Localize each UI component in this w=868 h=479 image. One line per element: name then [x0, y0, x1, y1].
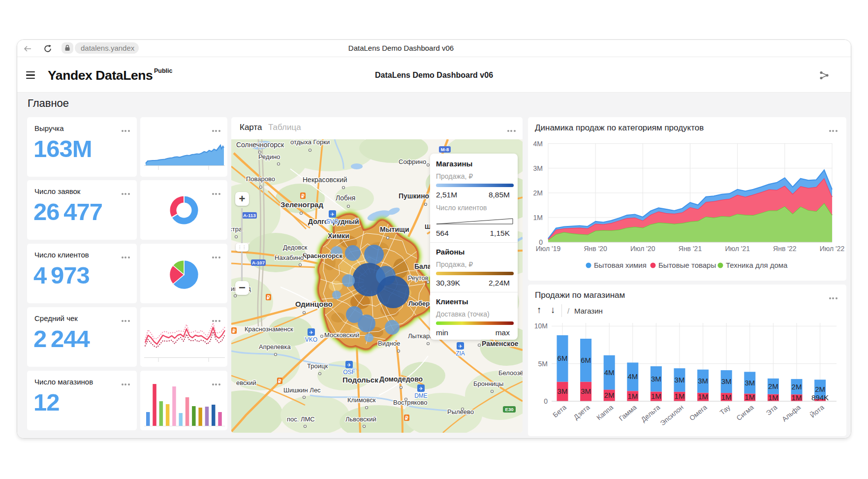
svg-text:1M: 1M: [721, 393, 732, 401]
svg-text:Сигма: Сигма: [735, 403, 755, 422]
svg-text:Апрелевка: Апрелевка: [259, 343, 291, 351]
svg-text:3M: 3M: [558, 387, 568, 395]
svg-text:Домодедово: Домодедово: [379, 375, 423, 383]
svg-text:Раменское: Раменское: [482, 340, 519, 348]
svg-text:✈: ✈: [309, 330, 313, 335]
svg-text:2M: 2M: [768, 382, 778, 390]
svg-text:OSF: OSF: [343, 369, 355, 376]
svg-text:Подольск: Подольск: [342, 376, 378, 384]
svg-text:Нахабино: Нахабино: [275, 254, 304, 261]
svg-text:✈: ✈: [419, 386, 423, 391]
svg-text:Мытищи: Мытищи: [380, 225, 409, 233]
svg-text:Одинцово: Одинцово: [295, 300, 333, 308]
svg-text:₽: ₽: [278, 379, 281, 384]
svg-text:Альфа: Альфа: [780, 403, 802, 423]
svg-text:₽: ₽: [405, 415, 408, 421]
svg-text:DME: DME: [414, 392, 428, 399]
svg-text:₽: ₽: [301, 193, 305, 199]
svg-text:Янв '21: Янв '21: [679, 245, 702, 253]
svg-text:Львовский: Львовский: [345, 415, 376, 423]
svg-text:6M: 6M: [581, 356, 591, 364]
svg-text:3M: 3M: [698, 377, 708, 385]
svg-text:✈: ✈: [347, 362, 351, 368]
svg-text:Эпсилон: Эпсилон: [659, 403, 685, 427]
svg-text:Лобня: Лобня: [336, 194, 355, 202]
svg-text:Бета: Бета: [551, 403, 568, 419]
svg-text:Редино: Редино: [258, 153, 280, 160]
svg-text:3M: 3M: [744, 379, 755, 387]
svg-text:евский: евский: [236, 379, 256, 386]
svg-text:Дельта: Дельта: [639, 403, 661, 423]
svg-text:Июл '22: Июл '22: [820, 245, 845, 253]
svg-text:SVO: SVO: [326, 218, 339, 225]
svg-text:1M: 1M: [792, 393, 802, 402]
svg-text:E30: E30: [505, 407, 514, 412]
svg-text:Солнечногорск: Солнечногорск: [236, 141, 284, 149]
svg-text:Бытовые товары: Бытовые товары: [658, 261, 716, 269]
svg-text:4M: 4M: [604, 368, 615, 377]
svg-text:3M: 3M: [651, 375, 661, 383]
svg-text:2M: 2M: [792, 383, 802, 391]
svg-text:VKO: VKO: [305, 336, 317, 343]
svg-text:Рылеево: Рылеево: [447, 408, 474, 415]
svg-text:✈: ✈: [458, 344, 462, 349]
svg-text:✈: ✈: [330, 212, 334, 217]
svg-text:1M: 1M: [698, 392, 708, 401]
svg-text:3M: 3M: [581, 387, 591, 395]
svg-text:Дедовск: Дедовск: [283, 244, 308, 251]
svg-text:Видное: Видное: [378, 340, 400, 347]
svg-text:2M: 2M: [604, 391, 615, 399]
svg-text:Востряково: Востряково: [393, 399, 428, 406]
svg-text:1M: 1M: [533, 214, 543, 222]
svg-text:3M: 3M: [675, 376, 685, 384]
svg-text:Йота: Йота: [808, 403, 825, 419]
svg-text:4M: 4M: [533, 140, 543, 148]
svg-text:Некрасовский: Некрасовский: [303, 176, 347, 184]
svg-text:Дзета: Дзета: [572, 403, 591, 421]
svg-text:2M: 2M: [815, 385, 825, 393]
svg-text:А-113: А-113: [243, 213, 255, 218]
svg-text:ZIA: ZIA: [456, 350, 465, 357]
svg-text:4M: 4M: [627, 372, 638, 381]
svg-text:Химки: Химки: [328, 232, 349, 240]
svg-text:Каппа: Каппа: [595, 403, 615, 421]
svg-text:10M: 10M: [534, 322, 548, 330]
svg-text:Белоозёрский: Белоозёрский: [498, 369, 523, 377]
svg-text:₽: ₽: [232, 328, 236, 334]
svg-text:Красногорск: Красногорск: [303, 252, 342, 259]
svg-text:Тау: Тау: [718, 403, 732, 416]
svg-text:пос. ЛМС: пос. ЛМС: [287, 415, 315, 423]
svg-text:Янв '20: Янв '20: [584, 245, 607, 253]
svg-text:Московский: Московский: [324, 331, 359, 339]
svg-text:3M: 3M: [721, 377, 732, 385]
svg-text:1M: 1M: [675, 392, 685, 400]
svg-text:Июл '19: Июл '19: [536, 245, 561, 253]
svg-text:Гамма: Гамма: [618, 403, 638, 422]
svg-text:Климовск: Климовск: [347, 396, 376, 404]
svg-text:Янв '22: Янв '22: [773, 245, 797, 253]
svg-text:отдыха Горки: отдыха Горки: [290, 139, 330, 146]
svg-text:Софрино: Софрино: [399, 158, 426, 165]
svg-text:Поварово: Поварово: [246, 175, 275, 183]
svg-text:1M: 1M: [744, 393, 755, 401]
svg-text:Бронницы: Бронницы: [473, 380, 503, 387]
svg-text:Бытовая химия: Бытовая химия: [594, 261, 647, 269]
svg-text:Троицк: Троицк: [307, 362, 328, 370]
svg-text:0: 0: [544, 397, 548, 405]
svg-text:Реутов: Реутов: [408, 274, 429, 282]
svg-text:Краснознаменск: Краснознаменск: [245, 325, 293, 333]
svg-text:5M: 5M: [538, 360, 548, 368]
svg-text:Эта: Эта: [765, 403, 779, 417]
svg-text:1M: 1M: [627, 392, 638, 400]
svg-text:2M: 2M: [533, 189, 543, 197]
svg-text:6M: 6M: [558, 354, 568, 362]
svg-text:Омега: Омега: [688, 403, 709, 422]
svg-text:3M: 3M: [533, 164, 543, 172]
svg-text:Июл '21: Июл '21: [725, 245, 750, 253]
svg-text:Шишкин Лес: Шишкин Лес: [283, 386, 321, 394]
svg-text:Пушкино: Пушкино: [399, 192, 429, 200]
svg-text:₽: ₽: [267, 295, 270, 300]
svg-text:Зеленоград: Зеленоград: [280, 200, 323, 209]
svg-text:Июл '20: Июл '20: [630, 245, 655, 253]
svg-text:894K: 894K: [811, 393, 829, 402]
